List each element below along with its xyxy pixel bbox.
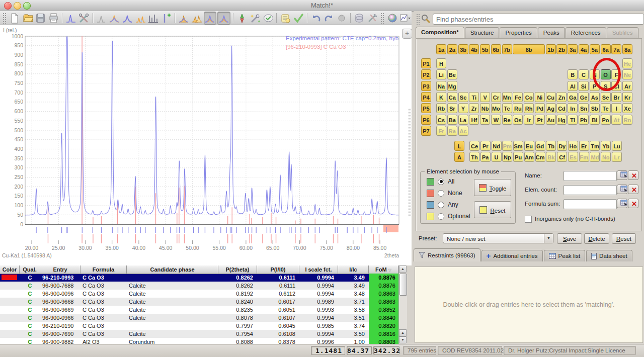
element-Ag[interactable]: Ag [546,103,556,113]
undo-icon[interactable] [310,12,322,24]
element-Bi[interactable]: Bi [590,115,600,125]
element-In[interactable]: In [568,103,578,113]
element-Pd[interactable]: Pd [535,103,545,113]
element-Yb[interactable]: Yb [601,141,611,151]
element-Ta[interactable]: Ta [480,115,490,125]
selection-option-none[interactable]: None [427,190,462,197]
record-icon[interactable] [336,12,348,24]
element-Mo[interactable]: Mo [491,103,501,113]
element-Lu[interactable]: Lu [612,141,622,151]
show-profile-icon[interactable] [204,12,217,25]
options-icon[interactable] [366,12,378,24]
save-icon[interactable] [34,12,46,24]
elem-count-table-select-button[interactable] [617,185,627,194]
scroll-up2-icon[interactable]: ▲ [399,329,407,336]
element-Am[interactable]: Am [524,152,534,162]
diffraction-pattern-icon[interactable] [65,12,77,24]
element-Ti[interactable]: Ti [469,92,479,102]
element-Ac[interactable]: Ac [458,126,468,136]
quantitative-analysis-icon[interactable] [262,12,274,24]
table-scrollbar[interactable]: ▲ ▲ ▼ [398,265,407,344]
formula-sum-input[interactable] [564,199,617,209]
elem-count-input[interactable] [564,185,617,195]
element-Dy[interactable]: Dy [557,141,567,151]
tab-properties[interactable]: Properties [500,27,537,38]
element-Gd[interactable]: Gd [535,141,545,151]
title-bar[interactable]: Match!* [0,0,644,12]
element-Pa[interactable]: Pa [480,152,491,162]
tab-peaks[interactable]: Peaks [538,27,565,38]
smooth-raw-data-icon[interactable] [108,12,120,24]
element-Hf[interactable]: Hf [469,115,479,125]
element-Si[interactable]: Si [579,81,589,91]
toggle-button[interactable]: Toggle [474,179,511,196]
element-Mn[interactable]: Mn [502,92,512,102]
element-Es[interactable]: Es [568,152,578,162]
element-Ce[interactable]: Ce [469,141,479,151]
search-match-icon[interactable] [236,12,248,24]
reset-selection-button[interactable]: Reset [474,201,511,218]
element-Pt[interactable]: Pt [535,115,545,125]
column-header-entry[interactable]: Entry [40,265,80,274]
column-header-candidate-phase[interactable]: Candidate phase [127,265,218,274]
element-Tc[interactable]: Tc [502,103,512,113]
element-Sb[interactable]: Sb [590,103,600,113]
element-Cf[interactable]: Cf [557,152,567,162]
element-La[interactable]: La [458,115,468,125]
print-icon[interactable] [47,12,59,24]
column-header-p-i-i0-[interactable]: P(I/I0) [257,265,299,274]
element-Th[interactable]: Th [469,152,479,162]
element-Ba[interactable]: Ba [447,115,457,125]
selection-option-all[interactable]: All [427,178,454,185]
radio-all[interactable] [438,178,444,185]
peak-list-icon[interactable] [147,12,159,24]
element-Rn[interactable]: Rn [622,115,632,125]
element-Rh[interactable]: Rh [524,103,534,113]
element-Eu[interactable]: Eu [524,141,534,151]
column-header-i-scale-fct-[interactable]: I scale fct. [299,265,338,274]
search-input[interactable] [433,14,644,25]
element-Tm[interactable]: Tm [590,141,600,151]
column-header-fom[interactable]: FoM ▽ [369,265,398,274]
element-Cu[interactable]: Cu [546,92,556,102]
element-Fe[interactable]: Fe [513,92,523,102]
element-Ge[interactable]: Ge [579,92,589,102]
element-Ne[interactable]: Ne [622,69,632,79]
preset-dropdown[interactable]: None / new set▼ [443,233,553,243]
element-Te[interactable]: Te [601,103,611,113]
element-Ru[interactable]: Ru [513,103,523,113]
name-clear-button[interactable]: ✕ [628,170,638,180]
fit-profile-all-icon[interactable] [191,12,203,24]
element-H[interactable]: H [436,58,446,68]
report-icon[interactable] [279,12,291,24]
profile-fitting-icon[interactable] [178,12,190,24]
column-header-p-2theta-[interactable]: P(2theta) [218,265,257,274]
element-Be[interactable]: Be [447,69,457,79]
scrollbar-thumb[interactable] [399,274,407,296]
delete-preset-button[interactable]: Delete [584,233,609,244]
element-B[interactable]: B [568,69,578,79]
element-Se[interactable]: Se [601,92,611,102]
element-Au[interactable]: Au [546,115,556,125]
show-profile-area-icon[interactable] [217,12,230,25]
add-peak-icon[interactable] [160,12,172,24]
element-Sn[interactable]: Sn [579,103,589,113]
name-table-select-button[interactable] [617,170,627,180]
element-C[interactable]: C [579,69,589,79]
element-Br[interactable]: Br [611,92,621,102]
column-header-qual-[interactable]: Qual. [20,265,40,274]
matching-drop-zone[interactable]: Double-click or drag entries here to sel… [414,265,644,344]
new-document-icon[interactable] [9,12,21,24]
table-row[interactable]: C96-210-0993C Ca O30.82620.61110.99943.4… [0,274,398,282]
element-Cr[interactable]: Cr [491,92,501,102]
element-Hg[interactable]: Hg [556,115,567,125]
scroll-down-icon[interactable]: ▼ [399,336,407,343]
elem-count-clear-button[interactable]: ✕ [628,185,638,194]
zoom-in-button[interactable]: + [402,29,412,39]
element-Pu[interactable]: Pu [513,152,523,162]
element-Ho[interactable]: Ho [568,141,578,151]
element-Tb[interactable]: Tb [546,141,556,151]
element-Re[interactable]: Re [502,115,512,125]
element-Pb[interactable]: Pb [579,115,589,125]
redo-icon[interactable] [323,12,335,24]
